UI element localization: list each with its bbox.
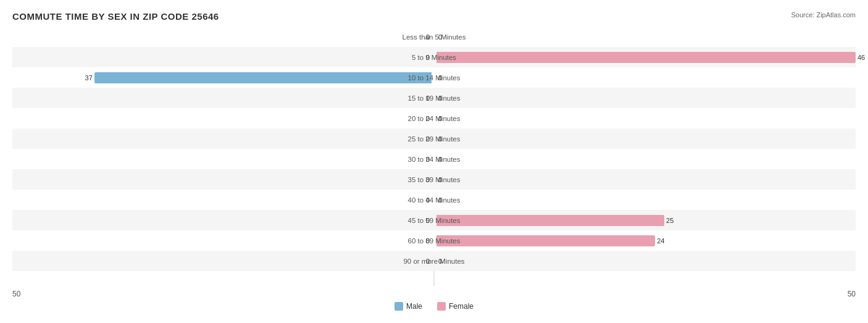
right-section: 0 bbox=[434, 128, 856, 149]
female-value: 0 bbox=[438, 74, 442, 82]
male-value: 0 bbox=[426, 237, 430, 245]
axis-right-value: 50 bbox=[848, 290, 856, 298]
female-value: 46 bbox=[858, 54, 865, 61]
male-value: 0 bbox=[426, 115, 430, 122]
chart-row: 0 0 15 to 19 Minutes bbox=[12, 88, 856, 108]
chart-row: 0 0 35 to 39 Minutes bbox=[12, 169, 856, 190]
female-value: 0 bbox=[438, 94, 442, 102]
right-section: 0 bbox=[434, 149, 856, 169]
left-section: 0 bbox=[12, 251, 434, 271]
left-section: 0 bbox=[12, 230, 434, 251]
chart-row: 0 0 40 to 44 Minutes bbox=[12, 190, 856, 210]
female-value: 0 bbox=[438, 135, 442, 143]
male-value: 0 bbox=[426, 135, 430, 143]
chart-row: 0 25 45 to 59 Minutes bbox=[12, 210, 856, 230]
female-value: 0 bbox=[438, 156, 442, 163]
left-section: 37 bbox=[12, 67, 434, 88]
male-value: 0 bbox=[426, 94, 430, 102]
male-value: 0 bbox=[426, 196, 430, 204]
chart-area: 0 0 Less than 5 Minutes 0 46 5 to 9 Minu… bbox=[12, 27, 856, 286]
male-value: 0 bbox=[426, 54, 430, 61]
female-label: Female bbox=[449, 302, 474, 311]
right-section: 0 bbox=[434, 88, 856, 108]
right-section: 0 bbox=[434, 108, 856, 128]
left-section: 0 bbox=[12, 190, 434, 210]
female-value: 0 bbox=[438, 176, 442, 183]
right-section: 0 bbox=[434, 67, 856, 88]
legend-male: Male bbox=[394, 302, 422, 311]
left-section: 0 bbox=[12, 210, 434, 230]
chart-row: 0 0 30 to 34 Minutes bbox=[12, 149, 856, 169]
right-section: 46 bbox=[434, 47, 856, 67]
legend: Male Female bbox=[12, 302, 856, 311]
legend-female: Female bbox=[437, 302, 474, 311]
female-value: 24 bbox=[657, 237, 664, 245]
female-swatch bbox=[437, 302, 446, 311]
chart-row: 0 0 25 to 29 Minutes bbox=[12, 128, 856, 149]
left-section: 0 bbox=[12, 149, 434, 169]
bar-female: 46 bbox=[436, 52, 856, 63]
chart-row: 0 0 90 or more Minutes bbox=[12, 251, 856, 271]
left-section: 0 bbox=[12, 88, 434, 108]
left-section: 0 bbox=[12, 108, 434, 128]
chart-row: 0 24 60 to 89 Minutes bbox=[12, 230, 856, 251]
male-value: 0 bbox=[426, 258, 430, 265]
right-section: 0 bbox=[434, 190, 856, 210]
male-value: 0 bbox=[426, 176, 430, 183]
male-swatch bbox=[394, 302, 403, 311]
chart-row: 0 46 5 to 9 Minutes bbox=[12, 47, 856, 67]
male-value: 0 bbox=[426, 217, 430, 224]
chart-title: COMMUTE TIME BY SEX IN ZIP CODE 25646 bbox=[12, 11, 856, 22]
right-section: 0 bbox=[434, 169, 856, 190]
chart-row: 37 0 10 to 14 Minutes bbox=[12, 67, 856, 88]
male-value: 0 bbox=[426, 156, 430, 163]
female-value: 0 bbox=[438, 196, 442, 204]
male-label: Male bbox=[406, 302, 422, 311]
right-section: 0 bbox=[434, 27, 856, 47]
axis-bottom: 50 50 bbox=[12, 287, 856, 298]
chart-row: 0 0 Less than 5 Minutes bbox=[12, 27, 856, 47]
bar-female: 24 bbox=[436, 235, 655, 246]
left-section: 0 bbox=[12, 128, 434, 149]
female-value: 0 bbox=[438, 115, 442, 122]
right-section: 0 bbox=[434, 251, 856, 271]
chart-container: COMMUTE TIME BY SEX IN ZIP CODE 25646 So… bbox=[0, 0, 868, 323]
bar-male: 37 bbox=[94, 72, 432, 83]
axis-left-value: 50 bbox=[12, 290, 20, 298]
female-value: 0 bbox=[438, 258, 442, 265]
left-section: 0 bbox=[12, 47, 434, 67]
bar-female: 25 bbox=[436, 215, 664, 226]
left-section: 0 bbox=[12, 27, 434, 47]
male-value: 37 bbox=[85, 74, 93, 82]
right-section: 24 bbox=[434, 230, 856, 251]
male-value: 0 bbox=[426, 33, 430, 41]
female-value: 0 bbox=[438, 33, 442, 41]
chart-row: 0 0 20 to 24 Minutes bbox=[12, 108, 856, 128]
female-value: 25 bbox=[666, 217, 674, 224]
right-section: 25 bbox=[434, 210, 856, 230]
source-label: Source: ZipAtlas.com bbox=[791, 11, 856, 19]
left-section: 0 bbox=[12, 169, 434, 190]
